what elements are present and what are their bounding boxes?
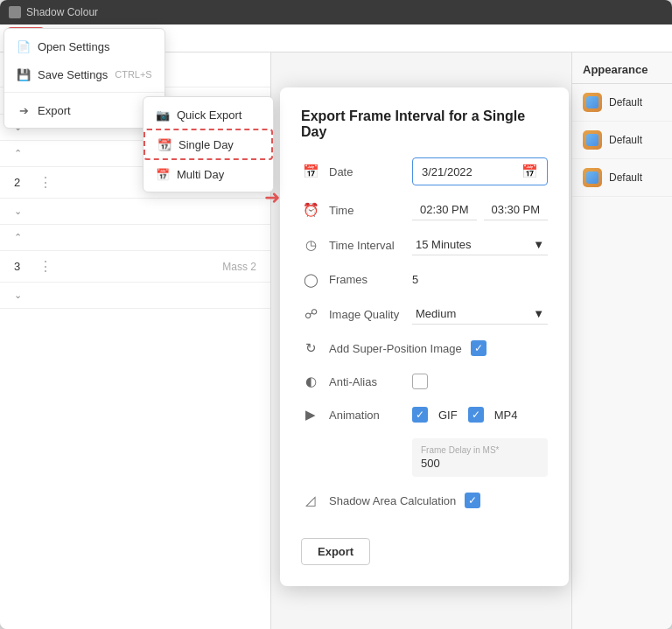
interval-chevron-icon: ▼ (533, 238, 544, 251)
row2-down-arrow[interactable]: ⌄ (14, 206, 22, 217)
quality-label: Image Quality (329, 308, 403, 321)
quality-chevron-icon: ▼ (533, 307, 544, 320)
row-3-down: ⌄ (0, 283, 270, 309)
frames-value: 5 (412, 269, 548, 290)
antialias-icon: ◐ (301, 372, 320, 391)
multi-day-item[interactable]: 📅 Multi Day (144, 160, 273, 188)
time-row: ⏰ Time 02:30 PM 03:30 PM (301, 199, 548, 220)
shadow-label: Shadow Area Calculation (329, 494, 456, 507)
title-bar: Shadow Colour (0, 0, 672, 24)
interval-value: 15 Minutes (416, 238, 472, 251)
row-3: 3 ⋮ Mass 2 (0, 251, 270, 283)
interval-label: Time Interval (329, 239, 403, 252)
export-submenu: 📷 Quick Export 📆 Single Day 📅 Multi Day (143, 96, 274, 192)
date-value: 3/21/2022 (422, 165, 472, 178)
animation-row: ▶ Animation ✓ GIF ✓ MP4 (301, 405, 548, 424)
open-settings-item[interactable]: 📄 Open Settings (4, 32, 164, 60)
date-picker-icon[interactable]: 📅 (522, 164, 538, 179)
superposition-checkbox[interactable]: ✓ (471, 340, 486, 356)
single-day-item[interactable]: 📆 Single Day (144, 129, 273, 160)
animation-options: ✓ GIF ✓ MP4 (412, 407, 548, 423)
interval-select[interactable]: 15 Minutes ▼ (412, 234, 548, 255)
clock-icon: ⏰ (301, 200, 320, 220)
gif-checkbox[interactable]: ✓ (412, 407, 428, 423)
row2-up-arrow[interactable]: ⌃ (14, 148, 22, 159)
frame-delay-value: 500 (421, 457, 539, 470)
appearance-icon-inner-3 (586, 171, 598, 184)
superposition-icon: ↻ (301, 339, 320, 358)
file-icon: 📄 (17, 39, 31, 53)
row-3-number: 3 (14, 260, 32, 273)
shadow-row: ◿ Shadow Area Calculation ✓ (301, 491, 548, 510)
app-icon (9, 6, 21, 18)
time-end-input[interactable]: 03:30 PM (484, 199, 549, 220)
appearance-icon-3 (583, 168, 602, 187)
appearance-label-1: Default (609, 96, 642, 108)
red-arrow-indicator: ➜ (264, 186, 280, 209)
superposition-row: ↻ Add Super-Position Image ✓ (301, 339, 548, 358)
frames-label: Frames (329, 273, 403, 286)
row-2-number: 2 (14, 176, 32, 189)
appearance-icon-1 (583, 93, 602, 112)
row-2-dots[interactable]: ⋮ (38, 174, 52, 191)
multi-day-icon: 📅 (156, 167, 170, 181)
antialias-row: ◐ Anti-Alias (301, 372, 548, 391)
frame-delay-spacer (301, 448, 320, 467)
appearance-label-2: Default (609, 134, 642, 146)
animation-label: Animation (329, 409, 403, 422)
animation-icon: ▶ (301, 405, 320, 424)
app-title: Shadow Colour (26, 6, 98, 18)
app-window: Shadow Colour File Settings Help 📄 Open … (0, 0, 672, 629)
superposition-label: Add Super-Position Image (329, 342, 462, 355)
multi-day-label: Multi Day (177, 168, 224, 181)
row-3-up: ⌃ (0, 225, 270, 251)
row-3-mass: Mass 2 (60, 261, 256, 273)
quick-export-item[interactable]: 📷 Quick Export (144, 101, 273, 129)
calendar-icon: 📅 (301, 162, 320, 181)
antialias-checkbox[interactable] (412, 374, 428, 389)
appearance-icon-inner-2 (586, 134, 598, 146)
row-3-dots[interactable]: ⋮ (38, 258, 52, 275)
quality-icon: ☍ (301, 304, 320, 324)
right-panel: Appearance Default Default Default (571, 52, 672, 629)
quality-select[interactable]: Medium ▼ (412, 304, 548, 325)
shadow-icon: ◿ (301, 491, 320, 510)
time-label: Time (329, 204, 403, 217)
menu-bar: File Settings Help 📄 Open Settings 💾 Sav… (0, 24, 672, 52)
open-settings-label: Open Settings (38, 40, 109, 53)
appearance-icon-2 (583, 130, 602, 150)
row3-down-arrow[interactable]: ⌄ (14, 290, 22, 301)
appearance-label-3: Default (609, 171, 642, 184)
export-item[interactable]: ➔ Export ▶ 📷 Quick Export 📆 Single Day 📅 (4, 96, 164, 124)
appearance-icon-inner-1 (586, 96, 598, 108)
save-icon: 💾 (17, 67, 31, 81)
save-shortcut: CTRL+S (115, 69, 152, 80)
export-button[interactable]: Export (301, 538, 370, 565)
time-start-input[interactable]: 02:30 PM (412, 199, 477, 220)
quick-export-icon: 📷 (156, 108, 170, 122)
appearance-item-3[interactable]: Default (572, 159, 672, 197)
date-label: Date (329, 165, 403, 178)
antialias-label: Anti-Alias (329, 375, 403, 388)
frame-delay-hint: Frame Delay in MS* (421, 445, 539, 455)
save-settings-item[interactable]: 💾 Save Settings CTRL+S (4, 60, 164, 88)
row3-up-arrow[interactable]: ⌃ (14, 232, 22, 243)
quality-value: Medium (416, 307, 456, 320)
appearance-item-2[interactable]: Default (572, 122, 672, 159)
appearance-item-1[interactable]: Default (572, 84, 672, 122)
frame-delay-box[interactable]: Frame Delay in MS* 500 (412, 438, 548, 477)
export-label: Export (38, 104, 71, 117)
export-icon: ➔ (17, 103, 31, 117)
save-settings-label: Save Settings (38, 68, 108, 81)
appearance-title: Appearance (572, 63, 672, 84)
shadow-checkbox[interactable]: ✓ (465, 493, 480, 508)
date-row: 📅 Date 3/21/2022 📅 (301, 157, 548, 185)
mp4-checkbox[interactable]: ✓ (468, 407, 484, 423)
date-input[interactable]: 3/21/2022 📅 (412, 157, 548, 185)
file-dropdown: 📄 Open Settings 💾 Save Settings CTRL+S ➔… (4, 28, 165, 129)
time-inputs: 02:30 PM 03:30 PM (412, 199, 548, 220)
single-day-icon: 📆 (158, 137, 172, 151)
frame-delay-row: Frame Delay in MS* 500 (301, 438, 548, 477)
interval-icon: ◷ (301, 235, 320, 255)
interval-row: ◷ Time Interval 15 Minutes ▼ (301, 234, 548, 255)
